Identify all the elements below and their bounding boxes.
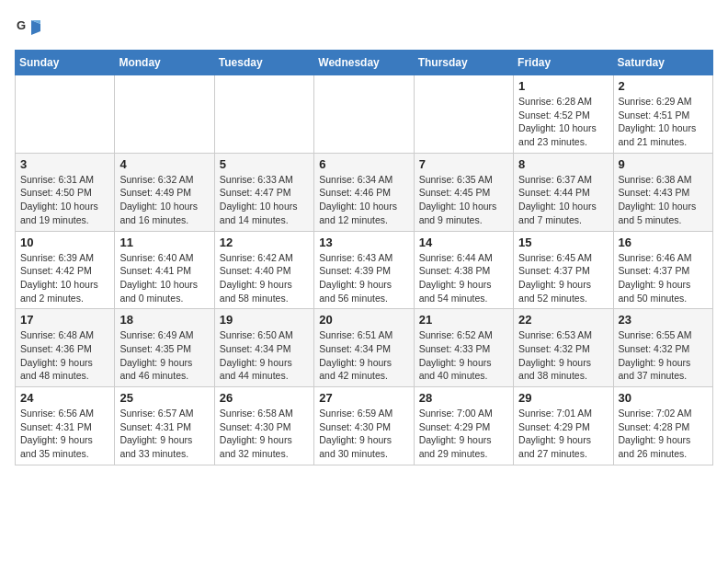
day-info: Sunrise: 6:39 AM Sunset: 4:42 PM Dayligh… <box>20 251 109 305</box>
day-number: 22 <box>518 313 608 327</box>
day-info: Sunrise: 6:58 AM Sunset: 4:30 PM Dayligh… <box>220 407 309 461</box>
day-number: 1 <box>518 79 608 93</box>
calendar-day-cell: 30Sunrise: 7:02 AM Sunset: 4:28 PM Dayli… <box>613 387 712 465</box>
day-info: Sunrise: 7:01 AM Sunset: 4:29 PM Dayligh… <box>518 407 608 461</box>
day-header-wednesday: Wednesday <box>314 51 414 75</box>
logo: G <box>15 15 44 40</box>
day-header-thursday: Thursday <box>414 51 513 75</box>
day-info: Sunrise: 7:02 AM Sunset: 4:28 PM Dayligh… <box>619 407 708 461</box>
calendar-day-cell: 13Sunrise: 6:43 AM Sunset: 4:39 PM Dayli… <box>314 231 414 309</box>
day-number: 30 <box>619 391 708 405</box>
day-info: Sunrise: 6:57 AM Sunset: 4:31 PM Dayligh… <box>119 407 209 461</box>
calendar-day-cell <box>214 75 313 154</box>
day-number: 15 <box>518 236 608 249</box>
logo-icon: G <box>15 15 40 40</box>
day-number: 13 <box>319 236 408 249</box>
calendar-day-cell: 18Sunrise: 6:49 AM Sunset: 4:35 PM Dayli… <box>115 309 214 387</box>
day-info: Sunrise: 6:46 AM Sunset: 4:37 PM Dayligh… <box>619 251 708 305</box>
day-header-friday: Friday <box>514 51 613 75</box>
calendar-day-cell: 27Sunrise: 6:59 AM Sunset: 4:30 PM Dayli… <box>314 387 414 465</box>
calendar-day-cell: 4Sunrise: 6:32 AM Sunset: 4:49 PM Daylig… <box>115 153 214 231</box>
day-info: Sunrise: 6:42 AM Sunset: 4:40 PM Dayligh… <box>220 251 309 305</box>
calendar-day-cell <box>115 75 214 154</box>
day-number: 2 <box>619 79 708 93</box>
day-number: 4 <box>119 157 209 171</box>
day-info: Sunrise: 6:56 AM Sunset: 4:31 PM Dayligh… <box>20 407 109 461</box>
day-number: 11 <box>119 236 209 249</box>
day-info: Sunrise: 6:44 AM Sunset: 4:38 PM Dayligh… <box>419 251 508 305</box>
day-number: 8 <box>518 157 608 171</box>
day-header-monday: Monday <box>115 51 214 75</box>
calendar-table: SundayMondayTuesdayWednesdayThursdayFrid… <box>15 50 713 465</box>
day-number: 7 <box>419 157 508 171</box>
day-number: 25 <box>119 391 209 405</box>
calendar-day-cell: 29Sunrise: 7:01 AM Sunset: 4:29 PM Dayli… <box>514 387 613 465</box>
day-info: Sunrise: 6:55 AM Sunset: 4:32 PM Dayligh… <box>619 328 708 383</box>
day-number: 27 <box>319 391 408 405</box>
svg-text:G: G <box>17 18 26 32</box>
day-info: Sunrise: 6:40 AM Sunset: 4:41 PM Dayligh… <box>119 251 209 305</box>
calendar-day-cell: 20Sunrise: 6:51 AM Sunset: 4:34 PM Dayli… <box>314 309 414 387</box>
day-number: 29 <box>518 391 608 405</box>
day-number: 23 <box>619 313 708 327</box>
day-info: Sunrise: 6:28 AM Sunset: 4:52 PM Dayligh… <box>518 95 608 149</box>
day-info: Sunrise: 6:32 AM Sunset: 4:49 PM Dayligh… <box>119 173 209 227</box>
day-number: 26 <box>220 391 309 405</box>
calendar-day-cell <box>414 75 513 154</box>
calendar-day-cell: 6Sunrise: 6:34 AM Sunset: 4:46 PM Daylig… <box>314 153 414 231</box>
day-number: 9 <box>619 157 708 171</box>
day-info: Sunrise: 6:52 AM Sunset: 4:33 PM Dayligh… <box>419 328 508 383</box>
day-number: 12 <box>220 236 309 249</box>
calendar-week-row: 3Sunrise: 6:31 AM Sunset: 4:50 PM Daylig… <box>16 153 713 231</box>
calendar-day-cell: 11Sunrise: 6:40 AM Sunset: 4:41 PM Dayli… <box>115 231 214 309</box>
day-number: 20 <box>319 313 408 327</box>
day-info: Sunrise: 6:51 AM Sunset: 4:34 PM Dayligh… <box>319 328 408 383</box>
day-info: Sunrise: 6:53 AM Sunset: 4:32 PM Dayligh… <box>518 328 608 383</box>
calendar-day-cell: 28Sunrise: 7:00 AM Sunset: 4:29 PM Dayli… <box>414 387 513 465</box>
calendar-day-cell: 23Sunrise: 6:55 AM Sunset: 4:32 PM Dayli… <box>613 309 712 387</box>
calendar-day-cell: 22Sunrise: 6:53 AM Sunset: 4:32 PM Dayli… <box>514 309 613 387</box>
calendar-day-cell: 10Sunrise: 6:39 AM Sunset: 4:42 PM Dayli… <box>16 231 115 309</box>
calendar-day-cell: 3Sunrise: 6:31 AM Sunset: 4:50 PM Daylig… <box>16 153 115 231</box>
day-info: Sunrise: 6:31 AM Sunset: 4:50 PM Dayligh… <box>20 173 109 227</box>
day-number: 10 <box>20 236 109 249</box>
calendar-day-cell: 17Sunrise: 6:48 AM Sunset: 4:36 PM Dayli… <box>16 309 115 387</box>
day-info: Sunrise: 6:43 AM Sunset: 4:39 PM Dayligh… <box>319 251 408 305</box>
day-info: Sunrise: 6:33 AM Sunset: 4:47 PM Dayligh… <box>220 173 309 227</box>
calendar-day-cell: 25Sunrise: 6:57 AM Sunset: 4:31 PM Dayli… <box>115 387 214 465</box>
calendar-day-cell: 8Sunrise: 6:37 AM Sunset: 4:44 PM Daylig… <box>514 153 613 231</box>
day-info: Sunrise: 6:49 AM Sunset: 4:35 PM Dayligh… <box>119 328 209 383</box>
calendar-header-row: SundayMondayTuesdayWednesdayThursdayFrid… <box>16 51 713 75</box>
calendar-day-cell: 2Sunrise: 6:29 AM Sunset: 4:51 PM Daylig… <box>613 75 712 154</box>
day-number: 18 <box>119 313 209 327</box>
day-header-saturday: Saturday <box>613 51 712 75</box>
day-number: 17 <box>20 313 109 327</box>
calendar-week-row: 17Sunrise: 6:48 AM Sunset: 4:36 PM Dayli… <box>16 309 713 387</box>
calendar-week-row: 1Sunrise: 6:28 AM Sunset: 4:52 PM Daylig… <box>16 75 713 154</box>
calendar-day-cell: 16Sunrise: 6:46 AM Sunset: 4:37 PM Dayli… <box>613 231 712 309</box>
day-info: Sunrise: 6:50 AM Sunset: 4:34 PM Dayligh… <box>220 328 309 383</box>
day-number: 28 <box>419 391 508 405</box>
calendar-day-cell: 1Sunrise: 6:28 AM Sunset: 4:52 PM Daylig… <box>514 75 613 154</box>
day-number: 6 <box>319 157 408 171</box>
calendar-day-cell: 5Sunrise: 6:33 AM Sunset: 4:47 PM Daylig… <box>214 153 313 231</box>
day-info: Sunrise: 6:45 AM Sunset: 4:37 PM Dayligh… <box>518 251 608 305</box>
day-number: 5 <box>220 157 309 171</box>
day-number: 3 <box>20 157 109 171</box>
day-info: Sunrise: 7:00 AM Sunset: 4:29 PM Dayligh… <box>419 407 508 461</box>
calendar-day-cell: 12Sunrise: 6:42 AM Sunset: 4:40 PM Dayli… <box>214 231 313 309</box>
day-header-tuesday: Tuesday <box>214 51 313 75</box>
calendar-day-cell: 24Sunrise: 6:56 AM Sunset: 4:31 PM Dayli… <box>16 387 115 465</box>
day-info: Sunrise: 6:37 AM Sunset: 4:44 PM Dayligh… <box>518 173 608 227</box>
day-info: Sunrise: 6:29 AM Sunset: 4:51 PM Dayligh… <box>619 95 708 149</box>
day-info: Sunrise: 6:35 AM Sunset: 4:45 PM Dayligh… <box>419 173 508 227</box>
day-header-sunday: Sunday <box>16 51 115 75</box>
day-number: 21 <box>419 313 508 327</box>
calendar-week-row: 10Sunrise: 6:39 AM Sunset: 4:42 PM Dayli… <box>16 231 713 309</box>
calendar-day-cell <box>16 75 115 154</box>
calendar-week-row: 24Sunrise: 6:56 AM Sunset: 4:31 PM Dayli… <box>16 387 713 465</box>
page-header: G <box>15 15 713 40</box>
calendar-day-cell: 14Sunrise: 6:44 AM Sunset: 4:38 PM Dayli… <box>414 231 513 309</box>
day-info: Sunrise: 6:38 AM Sunset: 4:43 PM Dayligh… <box>619 173 708 227</box>
day-number: 16 <box>619 236 708 249</box>
